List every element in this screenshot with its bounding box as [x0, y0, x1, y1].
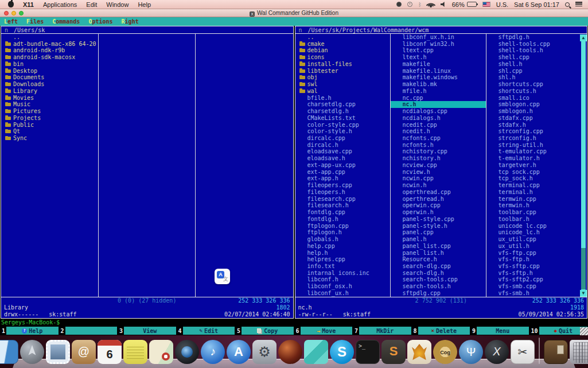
file-row[interactable]: termwin.cpp [486, 196, 587, 203]
fn-button-menu[interactable]: Menu [477, 327, 528, 335]
file-row[interactable]: panel_list.cpp [391, 243, 486, 250]
file-row[interactable]: search-dlg.h [391, 270, 486, 277]
file-row[interactable]: libconf_ux.h [295, 290, 390, 297]
file-row[interactable]: helpres.cpp [295, 256, 390, 263]
menu-item-commands[interactable]: Commands [52, 18, 80, 25]
screen-record-icon[interactable] [396, 2, 402, 7]
dock-launchpad-icon[interactable] [20, 340, 44, 364]
file-row[interactable]: makefile [391, 61, 486, 68]
file-row[interactable]: vfs-ftp.cpp [486, 250, 587, 257]
file-row[interactable]: eloadsave.cpp [295, 148, 390, 155]
file-row[interactable]: nchistory.h [391, 155, 486, 162]
fn-button-move[interactable]: →Move [301, 327, 352, 335]
file-row[interactable]: nc.cpp [391, 95, 486, 102]
file-row[interactable]: shell.cpp [486, 54, 587, 61]
folder-row[interactable]: Public [1, 122, 98, 129]
file-row[interactable]: vfs-smb.h [486, 290, 587, 297]
file-row[interactable]: panel_list.h [391, 250, 486, 257]
file-row[interactable]: eloadsave.h [295, 155, 390, 162]
file-row[interactable]: termwin.h [486, 202, 587, 209]
fn-button-mkdir[interactable]: MkDir [359, 327, 411, 335]
file-row[interactable]: search-tools.cpp [391, 276, 486, 283]
folder-row[interactable]: libtester [295, 68, 390, 75]
file-row[interactable]: help.h [295, 250, 390, 257]
scroll-down-icon[interactable]: ▼ [580, 290, 587, 297]
folder-row[interactable]: bin [1, 61, 98, 68]
file-row[interactable]: vfs-sftp.cpp [486, 263, 587, 270]
dock-itunes-icon[interactable]: ♪ [201, 340, 225, 364]
folder-row[interactable]: install-files [295, 61, 390, 68]
folder-row[interactable]: obj [295, 74, 390, 81]
resize-grip[interactable] [580, 327, 588, 335]
file-row[interactable]: ncdialogs.h [391, 115, 486, 122]
file-row[interactable]: globals.h [295, 236, 390, 243]
dock-planet-icon[interactable] [278, 340, 302, 364]
file-row[interactable]: smblogon.h [486, 108, 587, 115]
file-row[interactable]: smblogon.cpp [486, 101, 587, 108]
fn-button-f2[interactable] [65, 327, 117, 335]
dock-sourcetree-icon[interactable]: Ψ [459, 340, 483, 364]
dock-app-store-icon[interactable]: A [227, 340, 251, 364]
input-source-flag-icon[interactable] [482, 2, 490, 7]
menubar-app-name[interactable]: X11 [23, 1, 34, 8]
file-row[interactable]: shl.h [486, 74, 587, 81]
dock-finder-icon[interactable] [0, 340, 18, 364]
file-row[interactable]: makefile.linux [391, 68, 486, 75]
file-row[interactable]: search-tools.h [391, 283, 486, 290]
file-row[interactable]: ncview.cpp [391, 162, 486, 169]
file-row[interactable]: ncview.h [391, 169, 486, 176]
folder-row[interactable]: Sync [1, 135, 98, 142]
file-row[interactable]: panel.h [391, 236, 486, 243]
file-row[interactable]: sftpdlg.cpp [391, 290, 486, 297]
folder-row[interactable]: debian [295, 47, 390, 54]
file-row[interactable]: unicode_lc.cpp [486, 223, 587, 230]
dock-mail-icon[interactable] [46, 340, 70, 364]
dock-trash-icon[interactable] [570, 340, 588, 364]
file-row[interactable]: operthread.h [391, 196, 486, 203]
file-row[interactable]: ftplogon.cpp [295, 223, 390, 230]
file-row[interactable]: CMakeLists.txt [295, 115, 390, 122]
time-machine-icon[interactable] [407, 2, 412, 7]
file-row[interactable]: makefile.windows [391, 74, 486, 81]
file-row[interactable]: fileopers.h [295, 189, 390, 196]
dock-chat-icon[interactable] [304, 340, 328, 364]
parent-dir-row[interactable]: .. [295, 34, 390, 41]
file-row[interactable]: t-emulator.h [486, 155, 587, 162]
folder-row[interactable]: icons [295, 54, 390, 61]
file-row[interactable]: operwin.cpp [391, 202, 486, 209]
folder-row[interactable]: swl [295, 81, 390, 88]
right-panel-header[interactable]: n /Users/sk/Projects/WalCommander/wcm [295, 26, 587, 34]
dock-maps-icon[interactable] [149, 340, 173, 364]
window-titlebar[interactable]: XWal Commander GitHub Edition [0, 9, 588, 17]
file-row[interactable]: nc.h [391, 101, 486, 108]
notification-center-icon[interactable] [575, 2, 582, 7]
battery-indicator[interactable]: 66% [452, 1, 477, 8]
dock-system-preferences-icon[interactable]: ⚙ [252, 340, 277, 364]
folder-row[interactable]: Music [1, 101, 98, 108]
menubar-item-applications[interactable]: Applications [43, 1, 77, 8]
folder-row[interactable]: Qt [1, 128, 98, 135]
parent-dir-row[interactable]: .. [1, 34, 98, 41]
file-row[interactable]: vfs-sftp.h [486, 270, 587, 277]
command-line[interactable]: Sergeys-MacBook-$ [0, 319, 588, 326]
folder-row[interactable]: adt-bundle-mac-x86_64-20 [1, 41, 98, 48]
file-row[interactable]: t-emulator.cpp [486, 148, 587, 155]
file-row[interactable]: ux_util.h [486, 243, 587, 250]
folder-row[interactable]: Projects [1, 115, 98, 122]
file-row[interactable]: help.cpp [295, 243, 390, 250]
file-row[interactable]: ext-app.cpp [295, 169, 390, 176]
volume-icon[interactable] [441, 2, 446, 7]
file-row[interactable]: color-style.cpp [295, 122, 390, 129]
file-row[interactable]: unicode_lc.h [486, 229, 587, 236]
file-row[interactable]: operwin.h [391, 209, 486, 216]
file-row[interactable]: charsetdlg.h [295, 108, 390, 115]
dock-contacts-icon[interactable]: @ [72, 340, 96, 364]
file-row[interactable]: filesearch.cpp [295, 196, 390, 203]
file-row[interactable]: ltext.cpp [391, 47, 486, 54]
wifi-icon[interactable] [427, 2, 435, 7]
file-row[interactable]: tcp_sock.cpp [486, 169, 587, 176]
dock-facetime-icon[interactable] [175, 340, 199, 364]
file-row[interactable]: libconf_win32.h [391, 41, 486, 48]
file-row[interactable]: toolbar.cpp [486, 209, 587, 216]
file-row[interactable]: charsetdlg.cpp [295, 101, 390, 108]
